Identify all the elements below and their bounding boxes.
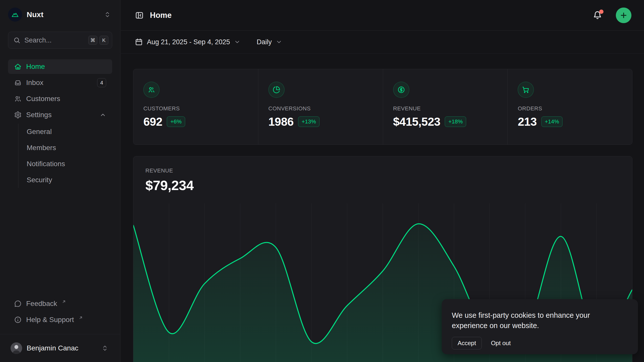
sub-item-label: Notifications [27,160,65,168]
filters-toolbar: Aug 21, 2025 - Sep 4, 2025 Daily [121,31,644,54]
sidebar-item-settings[interactable]: Settings [8,108,112,122]
external-link-icon [62,299,66,304]
stats-summary-card: CUSTOMERS 692 +6% CONVERSIONS 1986 +13% … [133,69,632,145]
stat-value: 692 [143,115,162,128]
chevrons-up-down-icon [102,345,108,351]
cookie-message: We use first-party cookies to enhance yo… [452,310,603,331]
cookie-optout-button[interactable]: Opt out [491,340,511,347]
sidebar-item-notifications[interactable]: Notifications [18,156,112,172]
workspace-switcher[interactable]: Nuxt [8,7,112,22]
sidebar-item-label: Inbox [26,79,44,87]
settings-subtree: General Members Notifications Security [18,124,112,188]
sidebar: Nuxt Search... ⌘ K Home Inbox [0,0,120,362]
dollar-circle-icon [393,82,409,98]
cookie-banner: We use first-party cookies to enhance yo… [442,299,638,354]
foot-link-label: Feedback [26,300,57,308]
sidebar-item-label: Home [26,63,45,71]
users-icon [143,82,159,98]
sidebar-item-label: Customers [26,95,60,103]
search-shortcut: ⌘ K [88,36,108,45]
stat-label: ORDERS [518,105,622,112]
stat-delta-badge: +14% [541,116,563,127]
date-range-picker[interactable]: Aug 21, 2025 - Sep 4, 2025 [135,38,240,46]
cart-icon [518,82,534,98]
user-menu[interactable]: Benjamin Canac [8,341,112,355]
stat-value: 213 [518,115,537,128]
revenue-chart-value: $79,234 [145,177,620,193]
plus-icon [620,11,628,19]
sidebar-footer: Feedback Help & Support Benjamin Canac [8,296,112,355]
page-title: Home [150,11,172,20]
chat-bubble-icon [14,300,22,307]
info-circle-icon [14,316,22,324]
stat-customers[interactable]: CUSTOMERS 692 +6% [133,69,258,145]
sidebar-item-customers[interactable]: Customers [8,92,112,106]
stat-delta-badge: +13% [298,116,319,127]
sidebar-item-security[interactable]: Security [18,172,112,188]
sidebar-item-home[interactable]: Home [8,59,112,74]
granularity-select[interactable]: Daily [257,38,282,46]
home-icon [14,63,22,70]
stat-label: CUSTOMERS [143,105,248,112]
calendar-icon [135,38,143,46]
stat-label: CONVERSIONS [268,105,373,112]
stat-conversions[interactable]: CONVERSIONS 1986 +13% [258,69,383,145]
stat-value: $415,523 [393,115,440,128]
users-icon [14,95,22,103]
stat-value: 1986 [268,115,294,128]
inbox-icon [14,79,22,86]
panel-collapse-icon [135,11,144,20]
user-expand-button[interactable] [100,343,110,353]
granularity-label: Daily [257,38,272,46]
chevron-down-icon [276,39,282,45]
external-link-icon [78,315,83,320]
stat-orders[interactable]: ORDERS 213 +14% [507,69,632,145]
sidebar-divider [0,334,120,334]
inbox-count-badge: 4 [97,78,106,87]
feedback-link[interactable]: Feedback [8,296,112,311]
user-name: Benjamin Canac [27,344,78,352]
stat-label: REVENUE [393,105,498,112]
sidebar-nav: Home Inbox 4 Customers Settings Ge [8,59,112,188]
stat-delta-badge: +18% [445,116,466,127]
kbd-k: K [99,36,108,45]
kbd-cmd: ⌘ [88,36,97,45]
nuxt-logo-icon [8,8,22,22]
workspace-name: Nuxt [27,10,44,19]
revenue-chart-label: REVENUE [145,167,620,174]
gear-icon [14,111,22,119]
user-avatar [11,342,22,354]
search-icon [13,37,20,44]
search-input[interactable]: Search... ⌘ K [8,32,112,49]
workspace-expand-button[interactable] [103,10,112,19]
notifications-button[interactable] [592,10,603,21]
sub-item-label: Members [27,144,56,152]
sidebar-item-label: Settings [26,111,52,119]
stat-delta-badge: +6% [167,116,185,127]
cookie-accept-button[interactable]: Accept [452,337,482,349]
chevron-up-icon [100,112,106,118]
notification-dot [599,10,603,14]
stat-revenue[interactable]: REVENUE $415,523 +18% [383,69,508,145]
sidebar-item-members[interactable]: Members [18,140,112,156]
search-placeholder: Search... [24,36,52,44]
sidebar-collapse-button[interactable] [135,11,144,20]
sub-item-label: General [27,128,52,136]
top-header: Home [121,0,644,31]
sidebar-item-general[interactable]: General [18,124,112,140]
pie-chart-icon [268,82,285,98]
chevron-down-icon [234,39,240,45]
date-range-label: Aug 21, 2025 - Sep 4, 2025 [147,38,230,46]
help-support-link[interactable]: Help & Support [8,312,112,327]
sub-item-label: Security [27,176,52,184]
add-button[interactable] [616,8,631,23]
foot-link-label: Help & Support [26,316,74,324]
chevrons-up-down-icon [104,11,111,18]
sidebar-item-inbox[interactable]: Inbox 4 [8,75,112,90]
